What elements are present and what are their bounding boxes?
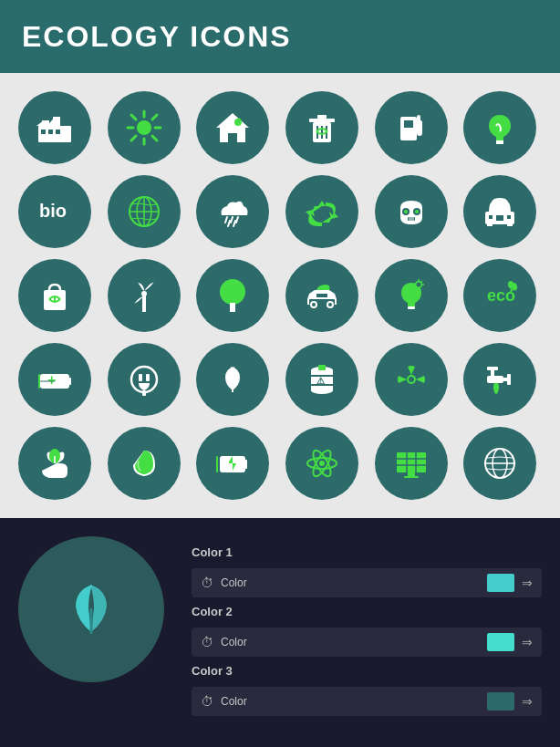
svg-rect-3 (41, 130, 46, 134)
color2-swatch[interactable] (487, 633, 514, 651)
radiation-icon[interactable] (375, 343, 448, 416)
svg-rect-107 (244, 460, 247, 469)
svg-rect-94 (318, 365, 326, 370)
solar-panel-icon[interactable] (375, 427, 448, 500)
svg-point-30 (417, 130, 422, 136)
svg-point-105 (137, 456, 151, 474)
svg-rect-22 (317, 115, 327, 119)
fuel-pump-icon[interactable] (375, 91, 448, 164)
color2-arrow-icon[interactable]: ⇒ (522, 635, 533, 649)
svg-rect-81 (38, 374, 40, 389)
svg-rect-29 (417, 115, 420, 122)
color3-swatch[interactable] (487, 692, 514, 711)
svg-rect-85 (139, 374, 142, 381)
svg-rect-118 (408, 472, 415, 476)
svg-text:⚠: ⚠ (316, 376, 325, 386)
svg-rect-113 (397, 452, 426, 472)
svg-point-67 (312, 303, 316, 306)
color2-name: Color (221, 636, 480, 648)
water-drop-icon[interactable] (108, 427, 181, 500)
atom-icon[interactable] (285, 427, 358, 500)
color3-name: Color (221, 695, 480, 708)
svg-rect-102 (487, 367, 498, 370)
eco-bulb-icon[interactable] (463, 91, 536, 164)
eco-text-circle-icon[interactable]: eco (463, 259, 536, 332)
leaf-two-icon[interactable] (196, 343, 269, 416)
nuclear-plant-icon[interactable] (463, 175, 536, 248)
color3-arrow-icon[interactable]: ⇒ (522, 694, 533, 709)
hand-leaf-icon[interactable] (18, 427, 91, 500)
color1-row[interactable]: ⏱ Color ⇒ (192, 568, 542, 597)
color1-label: Color 1 (192, 545, 542, 559)
eco-car-icon[interactable] (285, 259, 358, 332)
svg-rect-4 (48, 130, 53, 134)
factory-icon[interactable] (18, 91, 91, 164)
preview-leaf-icon (50, 568, 132, 650)
color2-clock-icon: ⏱ (201, 635, 213, 649)
svg-rect-27 (404, 120, 413, 128)
svg-rect-5 (56, 130, 60, 134)
svg-rect-55 (507, 215, 511, 219)
svg-point-19 (234, 119, 242, 126)
svg-rect-26 (400, 117, 417, 140)
svg-rect-57 (507, 224, 513, 226)
svg-line-39 (231, 217, 233, 223)
svg-rect-63 (230, 303, 235, 312)
page-title: ECOLOGY ICONS (22, 20, 292, 54)
color1-name: Color (221, 576, 480, 589)
eco-light-bulb-icon[interactable] (375, 259, 448, 332)
svg-rect-87 (142, 390, 146, 396)
color2-row[interactable]: ⏱ Color ⇒ (192, 628, 542, 657)
svg-rect-32 (496, 142, 503, 144)
faucet-icon[interactable] (463, 343, 536, 416)
svg-rect-119 (404, 476, 419, 478)
tree-icon[interactable] (196, 259, 269, 332)
bottom-section: Color 1 ⏱ Color ⇒ Color 2 ⏱ Color ⇒ Colo… (0, 518, 560, 710)
svg-point-112 (319, 461, 325, 466)
eco-battery-icon[interactable] (196, 427, 269, 500)
svg-point-47 (415, 210, 419, 213)
recycle-bag-icon[interactable] (18, 259, 91, 332)
svg-line-15 (152, 115, 157, 119)
plug-icon[interactable] (108, 343, 181, 416)
svg-rect-53 (496, 215, 503, 221)
sun-icon[interactable] (108, 91, 181, 164)
bio-text-icon[interactable]: bio (18, 175, 91, 248)
svg-rect-80 (67, 378, 71, 385)
color3-label: Color 3 (192, 664, 542, 678)
color1-swatch[interactable] (487, 574, 514, 592)
preview-area (18, 536, 164, 682)
earth-icon[interactable] (108, 175, 181, 248)
svg-point-8 (137, 120, 151, 135)
color3-row[interactable]: ⏱ Color ⇒ (192, 687, 542, 716)
recycle-arrows-icon[interactable] (285, 175, 358, 248)
svg-line-42 (233, 221, 235, 226)
rain-cloud-icon[interactable] (196, 175, 269, 248)
color1-arrow-icon[interactable]: ⇒ (522, 576, 533, 590)
svg-point-46 (404, 210, 408, 213)
battery-icon[interactable]: + (18, 343, 91, 416)
globe-icon[interactable] (463, 427, 536, 500)
svg-line-38 (225, 217, 227, 223)
svg-line-14 (152, 136, 157, 140)
color-controls: Color 1 ⏱ Color ⇒ Color 2 ⏱ Color ⇒ Colo… (192, 536, 542, 691)
svg-point-61 (141, 291, 147, 296)
svg-line-40 (236, 217, 238, 223)
recycle-bin-icon[interactable] (285, 91, 358, 164)
header: ECOLOGY ICONS (0, 0, 560, 73)
svg-line-16 (131, 136, 136, 140)
svg-rect-31 (496, 140, 503, 142)
eco-house-icon[interactable] (196, 91, 269, 164)
barrel-icon[interactable]: ⚠ (285, 343, 358, 416)
svg-rect-54 (489, 215, 493, 219)
gas-mask-icon[interactable] (375, 175, 448, 248)
svg-rect-21 (309, 119, 335, 122)
icons-grid: bio (18, 91, 542, 500)
svg-line-13 (131, 115, 136, 119)
svg-line-74 (420, 281, 422, 283)
svg-rect-108 (216, 456, 218, 472)
svg-rect-86 (146, 374, 150, 381)
svg-line-41 (228, 221, 230, 226)
wind-turbine-icon[interactable] (108, 259, 181, 332)
svg-rect-100 (507, 374, 511, 385)
